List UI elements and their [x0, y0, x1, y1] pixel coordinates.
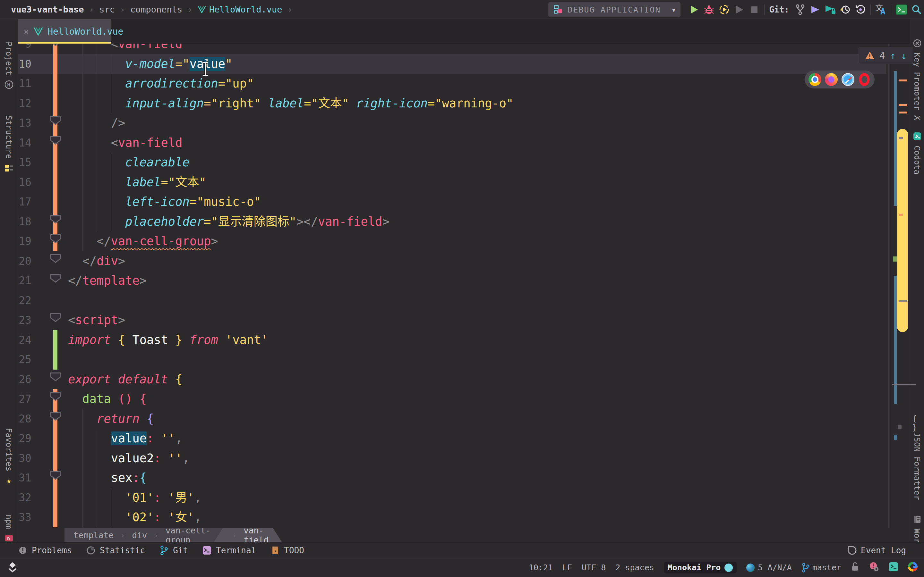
code-line[interactable]: 23<script>: [18, 310, 910, 330]
run-config-dropdown[interactable]: DEBUG APPLICATION ▼: [548, 2, 680, 17]
opera-icon[interactable]: [859, 73, 870, 86]
breadcrumb-file[interactable]: HelloWorld.vue: [198, 5, 282, 15]
fold-marker-icon[interactable]: [50, 392, 61, 401]
code-line[interactable]: 10 v-model="value": [18, 54, 910, 74]
fold-marker-icon[interactable]: [50, 471, 61, 480]
stripe-warning-mark[interactable]: [899, 111, 907, 113]
debug-button[interactable]: [701, 0, 716, 19]
code-viewport[interactable]: 9 <van-field10 v-model="value"11 arrodir…: [18, 44, 910, 528]
theme-selector[interactable]: Monokai Pro: [664, 562, 737, 574]
fold-marker-icon[interactable]: [50, 313, 61, 322]
tag-breadcrumb-item[interactable]: van-cell-group: [166, 528, 225, 542]
code-line[interactable]: 13 />: [18, 113, 910, 133]
breadcrumb-item[interactable]: components: [130, 5, 183, 15]
code-line[interactable]: 32 '01': '男',: [18, 488, 910, 508]
stripe-mark[interactable]: [898, 425, 901, 429]
safari-icon[interactable]: [842, 73, 855, 86]
google-translate-icon[interactable]: [908, 562, 918, 574]
next-warning-icon[interactable]: ↓: [901, 50, 907, 61]
toolwindow-button-statistic[interactable]: Statistic: [86, 546, 145, 555]
code-line[interactable]: 20 </div>: [18, 251, 910, 271]
code-line[interactable]: 24import { Toast } from 'vant': [18, 330, 910, 350]
toolwindow-button-problems[interactable]: Problems: [18, 546, 72, 555]
toolwindow-button-json-formatter[interactable]: { }JSON Formatter: [910, 418, 924, 500]
toolwindow-switcher-icon[interactable]: [0, 561, 18, 574]
code-line[interactable]: 25: [18, 350, 910, 370]
rollback-button[interactable]: [853, 0, 868, 19]
code-line[interactable]: 16 label="文本": [18, 172, 910, 192]
encoding[interactable]: UTF-8: [582, 563, 606, 572]
line-ending[interactable]: LF: [562, 563, 572, 572]
tag-breadcrumb-item[interactable]: div: [132, 530, 147, 540]
fold-marker-icon[interactable]: [50, 372, 61, 382]
tag-breadcrumb-item[interactable]: template: [73, 530, 113, 540]
toolwindow-button-terminal[interactable]: Terminal: [202, 546, 256, 555]
code-line[interactable]: 31 sex:{: [18, 468, 910, 488]
chrome-icon[interactable]: [809, 73, 821, 86]
terminal-statusbar-icon[interactable]: [889, 562, 898, 574]
terminal-button[interactable]: [894, 0, 909, 19]
stripe-mark[interactable]: [899, 300, 907, 301]
tab-helloworld[interactable]: × HelloWorld.vue: [18, 19, 111, 44]
code-line[interactable]: 15 clearable: [18, 153, 910, 172]
fold-marker-icon[interactable]: [50, 44, 61, 46]
close-icon[interactable]: ×: [24, 27, 29, 37]
fold-marker-icon[interactable]: [50, 234, 61, 243]
code-line[interactable]: 18 placeholder="显示清除图标"></van-field>: [18, 212, 910, 232]
stripe-warning-mark[interactable]: [899, 104, 907, 106]
code-line[interactable]: 26export default {: [18, 370, 910, 390]
fold-marker-icon[interactable]: [50, 116, 61, 125]
bug-report-icon[interactable]: [869, 562, 879, 574]
stripe-warning-mark[interactable]: [899, 79, 907, 81]
toolwindow-button-git[interactable]: Git: [159, 546, 188, 555]
editor-area[interactable]: × HelloWorld.vue 9 <van-field10 v-model=…: [18, 19, 910, 542]
caret-position[interactable]: 10:21: [529, 563, 553, 572]
code-line[interactable]: 12 input-align="right" label="文本" right-…: [18, 93, 910, 113]
toolwindow-button-structure[interactable]: Structure: [0, 115, 18, 173]
git-branch-icon[interactable]: [792, 0, 808, 19]
git-push-button[interactable]: [822, 0, 838, 19]
code-line[interactable]: 28 return {: [18, 409, 910, 429]
breadcrumb-item[interactable]: vue3-vant-base: [11, 5, 84, 15]
tag-breadcrumb-item[interactable]: van-field: [244, 528, 282, 542]
code-line[interactable]: 19 </van-cell-group>: [18, 231, 910, 251]
scrollbar-thumb[interactable]: [897, 128, 909, 333]
firefox-icon[interactable]: [825, 73, 838, 86]
indent-setting[interactable]: 2 spaces: [615, 563, 654, 572]
code-line[interactable]: 29 value: '',: [18, 429, 910, 448]
code-line[interactable]: 9 <van-field: [18, 44, 910, 54]
unlock-icon[interactable]: [851, 562, 859, 574]
run-button[interactable]: [686, 0, 701, 19]
search-everywhere-button[interactable]: [909, 0, 924, 19]
toolwindow-button-npm[interactable]: npmn: [0, 514, 18, 543]
event-log-button[interactable]: Event Log: [847, 546, 906, 555]
toolwindow-button-todo[interactable]: ★TODO: [270, 546, 304, 555]
code-line[interactable]: 11 arrodirection="up": [18, 74, 910, 93]
code-line[interactable]: 14 <van-field: [18, 133, 910, 153]
inspection-widget[interactable]: 4 ↑ ↓: [859, 47, 913, 64]
fold-marker-icon[interactable]: [50, 215, 61, 224]
fold-marker-icon[interactable]: [50, 274, 61, 283]
toolwindow-button-project[interactable]: ProjectM: [0, 42, 18, 89]
git-branch-widget[interactable]: master: [801, 563, 841, 572]
fold-marker-icon[interactable]: [50, 412, 61, 421]
toolwindow-button-favorites[interactable]: Favorites★: [0, 428, 18, 485]
code-line[interactable]: 33 '02': '女',: [18, 508, 910, 527]
stripe-warning-mark[interactable]: [899, 214, 903, 216]
code-changes-widget[interactable]: 5 Δ/N/A: [746, 563, 792, 572]
code-line[interactable]: 22: [18, 291, 910, 311]
fold-marker-icon[interactable]: [50, 254, 61, 263]
code-line[interactable]: 27 data () {: [18, 389, 910, 409]
prev-warning-icon[interactable]: ↑: [890, 50, 896, 61]
git-pull-button[interactable]: [808, 0, 822, 19]
toolwindow-button-codota[interactable]: Codota: [910, 131, 924, 174]
fold-marker-icon[interactable]: [50, 136, 61, 145]
code-line[interactable]: 17 left-icon="music-o": [18, 192, 910, 212]
history-button[interactable]: [838, 0, 853, 19]
stripe-mark[interactable]: [899, 137, 903, 139]
translate-icon[interactable]: 文A: [873, 0, 888, 19]
breadcrumb-item[interactable]: src: [99, 5, 115, 15]
rerun-coverage-button[interactable]: [716, 0, 732, 19]
code-line[interactable]: 21</template>: [18, 271, 910, 291]
code-line[interactable]: 30 value2: '',: [18, 448, 910, 468]
